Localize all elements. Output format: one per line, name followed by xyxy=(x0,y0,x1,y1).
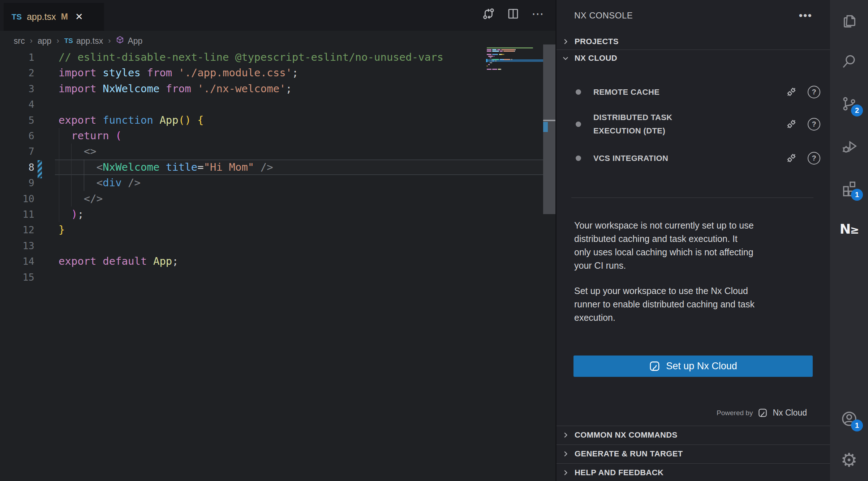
code-line[interactable]: 11 ); xyxy=(0,207,543,222)
overview-modified-mark xyxy=(543,122,548,132)
divider xyxy=(557,463,831,464)
minimap-line xyxy=(487,64,490,65)
code-line[interactable]: 4 xyxy=(0,97,543,112)
minimap-line xyxy=(487,60,497,61)
chevron-right-icon xyxy=(562,38,570,46)
minimap-line xyxy=(487,65,487,67)
chevron-right-icon xyxy=(562,431,570,439)
section-label: COMMON NX COMMANDS xyxy=(575,430,678,440)
breadcrumb-item-app[interactable]: app xyxy=(38,36,51,46)
nx-console-panel: NX CONSOLE ••• PROJECTS NX CLOUD REMOTE … xyxy=(555,0,830,481)
code-line[interactable]: 10 </> xyxy=(0,191,543,207)
code-line[interactable]: 12} xyxy=(0,222,543,238)
panel-more-actions-icon[interactable]: ••• xyxy=(799,7,812,24)
code-text: import styles from './app.module.css'; xyxy=(59,65,298,81)
section-label: HELP AND FEEDBACK xyxy=(575,468,663,477)
open-changes-icon[interactable] xyxy=(481,7,496,21)
minimap-line xyxy=(487,59,512,60)
close-tab-icon[interactable]: ✕ xyxy=(75,11,83,22)
connect-icon[interactable] xyxy=(785,117,798,131)
breadcrumb: src›app›TSapp.tsx›App xyxy=(14,32,142,50)
breadcrumb-item-app-tsx[interactable]: TSapp.tsx xyxy=(64,36,103,46)
divider xyxy=(557,50,831,50)
line-number: 4 xyxy=(0,97,34,112)
code-text: return ( xyxy=(59,128,122,144)
line-number: 6 xyxy=(0,128,34,144)
activity-item-account-icon[interactable]: 1 xyxy=(830,402,868,435)
help-icon[interactable]: ? xyxy=(808,152,820,165)
code-line[interactable]: 9 <div /> xyxy=(0,175,543,191)
feature-row-distributed-task-execution-dte-: DISTRIBUTED TASK EXECUTION (DTE)? xyxy=(571,109,820,139)
breadcrumb-separator-icon: › xyxy=(108,36,111,46)
code-line[interactable]: 3import NxWelcome from './nx-welcome'; xyxy=(0,81,543,97)
tab-app-tsx[interactable]: TS app.tsx M ✕ xyxy=(4,3,104,31)
minimap-line xyxy=(487,47,533,48)
section-nx-cloud-label: NX CLOUD xyxy=(575,54,617,63)
code-text: <> xyxy=(59,144,96,159)
code-line[interactable]: 15 xyxy=(0,269,543,285)
feature-row-remote-cache: REMOTE CACHE? xyxy=(571,83,820,101)
breadcrumb-label: src xyxy=(14,36,25,46)
section-help-and-feedback[interactable]: HELP AND FEEDBACK xyxy=(557,465,831,481)
minimap-line xyxy=(487,51,515,52)
chevron-down-icon xyxy=(562,54,570,62)
activity-item-run-debug-icon[interactable] xyxy=(830,130,868,163)
feature-actions: ? xyxy=(785,151,820,165)
connect-icon[interactable] xyxy=(785,85,798,99)
editor-scrollbar[interactable] xyxy=(543,44,555,481)
feature-row-vcs-integration: VCS INTEGRATION? xyxy=(571,149,820,167)
overview-cursor-mark xyxy=(543,120,555,121)
code-text: <div /> xyxy=(59,175,141,191)
code-text: export function App() { xyxy=(59,112,204,128)
activity-item-source-control-icon[interactable]: 2 xyxy=(830,87,868,120)
code-text: ); xyxy=(59,207,84,222)
breadcrumb-item-src[interactable]: src xyxy=(14,36,25,46)
code-line[interactable]: 14export default App; xyxy=(0,254,543,269)
activity-item-nx-console-icon[interactable]: N≥ xyxy=(830,212,868,246)
activity-item-extensions-icon[interactable]: 1 xyxy=(830,171,868,205)
connect-icon[interactable] xyxy=(785,151,798,165)
line-number: 9 xyxy=(0,175,34,191)
code-text: import NxWelcome from './nx-welcome'; xyxy=(59,81,292,97)
setup-instruction-message: Set up your workspace to use the Nx Clou… xyxy=(574,284,827,324)
status-dot-icon xyxy=(576,122,581,127)
setup-button-label: Set up Nx Cloud xyxy=(666,361,737,372)
code-line[interactable]: 13 xyxy=(0,238,543,254)
code-line[interactable]: 8 <NxWelcome title="Hi Mom" /> xyxy=(0,159,543,175)
nx-cloud-brand-label: Nx Cloud xyxy=(773,408,807,418)
activity-item-search-icon[interactable] xyxy=(830,45,868,78)
breadcrumb-separator-icon: › xyxy=(56,36,59,46)
minimap-line xyxy=(487,57,491,58)
activity-item-settings-icon[interactable]: ⚙ xyxy=(830,443,868,477)
section-nx-cloud[interactable]: NX CLOUD xyxy=(557,50,831,66)
code-text: export default App; xyxy=(59,254,179,269)
section-common-nx-commands[interactable]: COMMON NX COMMANDS xyxy=(557,427,831,443)
editor-pane: TS app.tsx M ✕ ⋯ xyxy=(0,0,555,481)
breadcrumb-separator-icon: › xyxy=(30,36,33,46)
activity-item-files-icon[interactable] xyxy=(830,4,868,37)
code-line[interactable]: 6 return ( xyxy=(0,128,543,144)
line-number: 12 xyxy=(0,222,34,238)
help-icon[interactable]: ? xyxy=(808,118,820,131)
line-number: 14 xyxy=(0,254,34,269)
section-projects[interactable]: PROJECTS xyxy=(557,34,831,50)
code-text: // eslint-disable-next-line @typescript-… xyxy=(59,50,443,65)
minimap[interactable] xyxy=(486,46,543,74)
setup-nx-cloud-button[interactable]: Set up Nx Cloud xyxy=(573,356,813,377)
line-number: 3 xyxy=(0,81,34,97)
editor-actions: ⋯ xyxy=(481,7,545,21)
help-icon[interactable]: ? xyxy=(808,86,820,98)
more-actions-icon[interactable]: ⋯ xyxy=(530,7,545,21)
code-line[interactable]: 5export function App() { xyxy=(0,112,543,128)
breadcrumb-label: app xyxy=(38,36,51,46)
section-generate-run-target[interactable]: GENERATE & RUN TARGET xyxy=(557,446,831,462)
line-number: 8 xyxy=(0,159,34,175)
code-line[interactable]: 7 <> xyxy=(0,144,543,159)
split-editor-icon[interactable] xyxy=(506,7,520,21)
minimap-line xyxy=(487,69,501,70)
panel-title: NX CONSOLE xyxy=(574,10,633,21)
code-line[interactable]: 1// eslint-disable-next-line @typescript… xyxy=(0,50,543,65)
code-line[interactable]: 2import styles from './app.module.css'; xyxy=(0,65,543,81)
breadcrumb-item-app[interactable]: App xyxy=(116,35,142,46)
typescript-file-icon: TS xyxy=(64,37,73,45)
